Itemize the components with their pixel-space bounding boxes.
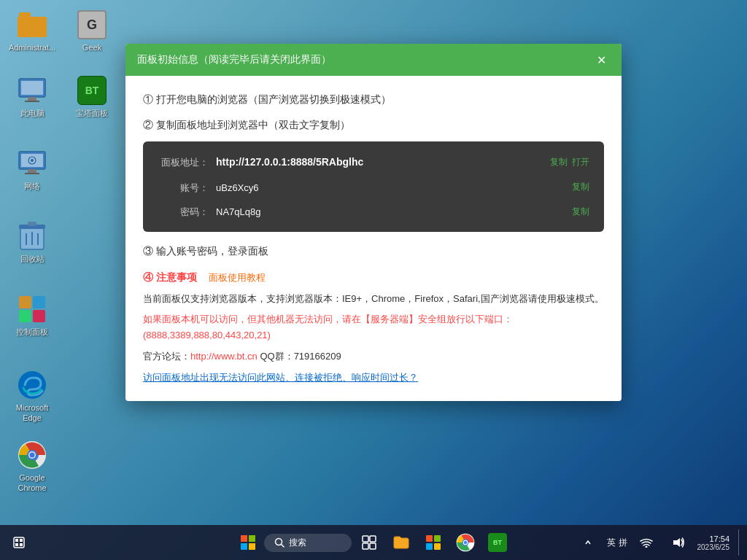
step2-text: ② 复制面板地址到浏览器中（双击文字复制） bbox=[143, 116, 350, 134]
windows-logo-icon bbox=[241, 535, 255, 550]
network-tray-icon bbox=[640, 537, 653, 548]
svg-marker-50 bbox=[673, 538, 680, 547]
lang-pinyin: 拼 bbox=[619, 537, 627, 549]
taskbar-right: 英 拼 1 bbox=[575, 529, 742, 556]
forum-url[interactable]: http://www.bt.cn bbox=[190, 351, 258, 362]
clock-time: 17:54 bbox=[697, 534, 730, 543]
svg-point-49 bbox=[645, 546, 647, 548]
url-value[interactable]: http://127.0.0.1:8888/5RAbglhc bbox=[216, 153, 541, 171]
svg-rect-33 bbox=[241, 543, 247, 550]
volume-tray-button[interactable] bbox=[665, 529, 692, 556]
url-row: 面板地址： http://127.0.0.1:8888/5RAbglhc 复制 … bbox=[158, 153, 589, 171]
url-label: 面板地址： bbox=[158, 154, 209, 171]
account-copy-button[interactable]: 复制 bbox=[572, 179, 589, 195]
modal-body: ① 打开您电脑的浏览器（国产浏览器切换到极速模式） ② 复制面板地址到浏览器中（… bbox=[125, 76, 622, 401]
svg-rect-39 bbox=[363, 543, 368, 549]
forum-qq-num: 719166209 bbox=[294, 351, 341, 362]
svg-rect-29 bbox=[15, 543, 18, 546]
taskbar-bt-button[interactable]: BT bbox=[483, 528, 512, 557]
url-open-button[interactable]: 打开 bbox=[572, 155, 589, 171]
taskbar: 搜索 bbox=[0, 525, 747, 560]
lang-english: 英 bbox=[607, 537, 616, 549]
note-section: ④ 注意事项 面板使用教程 当前面板仅支持浏览器版本，支持浏览器版本：IE9+，… bbox=[143, 268, 604, 386]
warning-text: 如果面板本机可以访问，但其他机器无法访问，请在【服务器端】安全组放行以下端口：(… bbox=[143, 311, 604, 343]
volume-icon bbox=[672, 537, 685, 548]
system-clock[interactable]: 17:54 2023/6/25 bbox=[697, 534, 730, 551]
step2-item: ② 复制面板地址到浏览器中（双击文字复制） bbox=[143, 116, 604, 134]
password-label: 密码： bbox=[158, 203, 209, 220]
task-view-icon bbox=[362, 535, 376, 550]
svg-point-48 bbox=[464, 541, 468, 545]
modal-title: 面板初始信息（阅读完毕后请关闭此界面） bbox=[137, 53, 331, 66]
step1-item: ① 打开您电脑的浏览器（国产浏览器切换到极速模式） bbox=[143, 90, 604, 109]
taskbar-chrome-icon bbox=[456, 533, 475, 552]
show-desktop-icon bbox=[13, 537, 25, 548]
note-title: ④ 注意事项 bbox=[143, 271, 197, 283]
password-copy-button[interactable]: 复制 bbox=[572, 204, 589, 220]
forum-text: 官方论坛：http://www.bt.cn QQ群：719166209 bbox=[143, 348, 604, 365]
svg-rect-38 bbox=[370, 536, 376, 542]
forum-qq-label: QQ群： bbox=[260, 351, 293, 362]
task-view-button[interactable] bbox=[355, 528, 384, 557]
svg-line-36 bbox=[282, 545, 285, 548]
taskbar-chrome-button[interactable] bbox=[451, 528, 480, 557]
step3-text: ③ 输入账号密码，登录面板 bbox=[143, 242, 268, 260]
file-explorer-icon bbox=[392, 534, 410, 551]
svg-rect-41 bbox=[426, 535, 433, 542]
microsoft-store-button[interactable] bbox=[419, 528, 448, 557]
tray-expand-button[interactable] bbox=[575, 529, 601, 556]
svg-rect-44 bbox=[434, 543, 441, 550]
password-value[interactable]: NA7qLq8g bbox=[216, 203, 563, 220]
svg-rect-34 bbox=[249, 543, 255, 550]
account-value[interactable]: uBz6Xcy6 bbox=[216, 179, 563, 196]
note-text: 当前面板仅支持浏览器版本，支持浏览器版本：IE9+，Chrome，Firefox… bbox=[143, 291, 604, 307]
account-row: 账号： uBz6Xcy6 复制 bbox=[158, 179, 589, 196]
microsoft-store-icon bbox=[425, 534, 442, 551]
svg-rect-28 bbox=[20, 539, 23, 542]
search-icon bbox=[274, 537, 285, 548]
svg-rect-43 bbox=[426, 543, 433, 550]
taskbar-left bbox=[6, 529, 35, 556]
show-desktop-strip[interactable] bbox=[738, 529, 741, 556]
modal-overlay: 面板初始信息（阅读完毕后请关闭此界面） ✕ ① 打开您电脑的浏览器（国产浏览器切… bbox=[0, 0, 747, 525]
note-tutorial-link[interactable]: 面板使用教程 bbox=[209, 272, 266, 283]
modal-header: 面板初始信息（阅读完毕后请关闭此界面） ✕ bbox=[125, 44, 622, 76]
svg-rect-40 bbox=[370, 543, 376, 549]
search-label: 搜索 bbox=[289, 537, 306, 549]
step3-item: ③ 输入账号密码，登录面板 bbox=[143, 242, 604, 260]
svg-rect-30 bbox=[20, 543, 23, 546]
svg-rect-37 bbox=[363, 536, 368, 542]
forum-prefix: 官方论坛： bbox=[143, 351, 190, 362]
taskbar-bt-icon: BT bbox=[488, 533, 507, 552]
modal-close-button[interactable]: ✕ bbox=[592, 51, 610, 69]
taskbar-center: 搜索 bbox=[235, 528, 512, 557]
start-button[interactable] bbox=[235, 529, 261, 556]
password-row: 密码： NA7qLq8g 复制 bbox=[158, 203, 589, 220]
search-bar[interactable]: 搜索 bbox=[264, 534, 352, 552]
trouble-link[interactable]: 访问面板地址出现无法访问此网站、连接被拒绝、响应时间过长？ bbox=[143, 369, 604, 386]
account-label: 账号： bbox=[158, 179, 209, 196]
info-box: 面板地址： http://127.0.0.1:8888/5RAbglhc 复制 … bbox=[143, 141, 604, 232]
desktop: Administrat... G Geek 此电脑 BT 宝塔面板 bbox=[0, 0, 747, 560]
url-copy-button[interactable]: 复制 bbox=[550, 155, 568, 171]
svg-rect-27 bbox=[15, 539, 18, 542]
show-desktop-button[interactable] bbox=[6, 529, 32, 556]
svg-rect-42 bbox=[434, 535, 441, 542]
svg-rect-31 bbox=[241, 535, 247, 542]
clock-date: 2023/6/25 bbox=[697, 543, 730, 551]
chevron-up-icon bbox=[584, 539, 592, 546]
network-tray-icon[interactable] bbox=[633, 529, 659, 556]
file-explorer-button[interactable] bbox=[387, 528, 416, 557]
panel-info-modal: 面板初始信息（阅读完毕后请关闭此界面） ✕ ① 打开您电脑的浏览器（国产浏览器切… bbox=[125, 44, 622, 401]
step1-text: ① 打开您电脑的浏览器（国产浏览器切换到极速模式） bbox=[143, 90, 391, 109]
svg-rect-32 bbox=[249, 535, 255, 542]
language-indicator[interactable]: 英 拼 bbox=[607, 537, 627, 549]
